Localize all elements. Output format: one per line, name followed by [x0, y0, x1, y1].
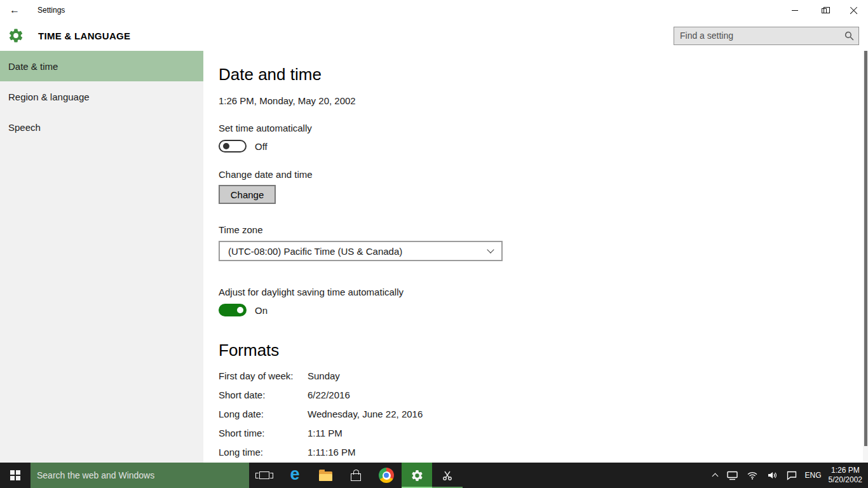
maximize-button[interactable] — [810, 0, 839, 20]
network-icon — [727, 471, 738, 480]
sidebar-item-speech[interactable]: Speech — [0, 112, 203, 142]
taskbar-search-input[interactable] — [31, 470, 249, 480]
edge-icon: e — [290, 466, 299, 483]
timezone-selected-value: (UTC-08:00) Pacific Time (US & Canada) — [228, 246, 488, 257]
dst-toggle-row: On — [219, 304, 868, 316]
search-icon[interactable] — [844, 31, 854, 41]
set-time-toggle-state: Off — [255, 141, 268, 152]
app-header: TIME & LANGUAGE — [0, 20, 868, 51]
action-center-button[interactable] — [785, 470, 798, 482]
settings-taskbar-button[interactable] — [402, 463, 432, 488]
date-time-heading: Date and time — [219, 64, 868, 85]
network-tray-button[interactable] — [726, 470, 739, 482]
back-button[interactable]: ← — [0, 0, 29, 20]
format-label: First day of week: — [219, 370, 308, 381]
start-button[interactable] — [0, 463, 31, 488]
sidebar-item-date-time[interactable]: Date & time — [0, 51, 203, 81]
scrollbar-thumb[interactable] — [864, 51, 867, 446]
sidebar-item-label: Region & language — [8, 92, 90, 102]
taskbar-clock[interactable]: 1:26 PM 5/20/2002 — [829, 466, 862, 485]
task-view-icon — [259, 471, 269, 479]
chevron-down-icon — [487, 246, 494, 253]
settings-gear-icon — [8, 27, 24, 44]
format-label: Short date: — [219, 390, 308, 400]
wifi-icon — [747, 471, 757, 480]
settings-body: Date & time Region & language Speech Dat… — [0, 51, 868, 463]
store-taskbar-button[interactable] — [341, 463, 371, 488]
chrome-taskbar-button[interactable] — [371, 463, 402, 488]
formats-heading: Formats — [219, 339, 868, 361]
main-content: Date and time 1:26 PM, Monday, May 20, 2… — [203, 51, 868, 463]
scrollbar[interactable] — [863, 51, 868, 463]
snipping-tool-icon — [441, 469, 454, 482]
task-view-button[interactable] — [249, 463, 280, 488]
settings-gear-white-icon — [410, 469, 424, 482]
taskbar-date: 5/20/2002 — [829, 475, 862, 485]
format-value: 1:11 PM — [308, 428, 868, 438]
titlebar: ← Settings — [0, 0, 868, 20]
window-controls — [780, 0, 868, 20]
sidebar-item-label: Speech — [8, 122, 41, 133]
taskbar: e — [0, 463, 868, 488]
sidebar-item-label: Date & time — [8, 61, 58, 72]
format-value: 1:11:16 PM — [308, 447, 868, 458]
set-time-auto-label: Set time automatically — [219, 123, 868, 133]
change-date-time-label: Change date and time — [219, 169, 868, 180]
format-label: Short time: — [219, 428, 308, 438]
dst-label: Adjust for daylight saving time automati… — [219, 287, 868, 297]
sidebar-item-region-language[interactable]: Region & language — [0, 81, 203, 112]
sidebar: Date & time Region & language Speech — [0, 51, 203, 463]
current-datetime: 1:26 PM, Monday, May 20, 2002 — [219, 95, 868, 106]
find-setting-searchbox[interactable] — [674, 27, 859, 45]
minimize-icon — [792, 10, 798, 11]
format-value: Wednesday, June 22, 2016 — [308, 409, 868, 419]
minimize-button[interactable] — [780, 0, 810, 20]
taskbar-searchbox[interactable] — [31, 463, 249, 488]
formats-table: First day of week: Sunday Short date: 6/… — [219, 370, 868, 458]
snipping-tool-taskbar-button[interactable] — [432, 463, 463, 488]
format-label: Long date: — [219, 409, 308, 419]
timezone-label: Time zone — [219, 224, 868, 235]
dst-toggle-state: On — [255, 305, 268, 316]
find-setting-input[interactable] — [680, 30, 844, 41]
file-explorer-taskbar-button[interactable] — [310, 463, 341, 488]
store-icon — [351, 473, 361, 481]
windows-logo-icon — [10, 470, 20, 480]
language-indicator[interactable]: ENG — [805, 471, 822, 480]
chevron-up-icon — [712, 473, 718, 480]
dst-toggle[interactable] — [219, 304, 247, 316]
toggle-knob — [223, 143, 229, 149]
page-title: TIME & LANGUAGE — [38, 30, 130, 41]
back-arrow-icon: ← — [10, 4, 20, 15]
taskbar-time: 1:26 PM — [829, 466, 862, 475]
file-explorer-icon — [319, 471, 332, 481]
set-time-toggle-row: Off — [219, 140, 868, 152]
window-title: Settings — [37, 6, 65, 15]
volume-icon — [767, 470, 777, 480]
restore-icon — [822, 8, 827, 13]
system-tray: ENG 1:26 PM 5/20/2002 — [712, 463, 868, 488]
change-button[interactable]: Change — [219, 185, 276, 204]
volume-tray-button[interactable] — [766, 469, 778, 482]
action-center-icon — [787, 471, 797, 480]
edge-taskbar-button[interactable]: e — [280, 463, 310, 488]
wifi-tray-button[interactable] — [746, 470, 759, 481]
toggle-knob — [237, 307, 243, 313]
set-time-toggle[interactable] — [219, 140, 247, 152]
tray-expand-button[interactable] — [712, 471, 719, 480]
close-button[interactable] — [839, 0, 868, 20]
format-value: Sunday — [308, 370, 868, 381]
chrome-icon — [379, 468, 394, 483]
timezone-dropdown[interactable]: (UTC-08:00) Pacific Time (US & Canada) — [219, 241, 503, 261]
format-label: Long time: — [219, 447, 308, 458]
format-value: 6/22/2016 — [308, 390, 868, 400]
close-icon — [850, 6, 858, 15]
